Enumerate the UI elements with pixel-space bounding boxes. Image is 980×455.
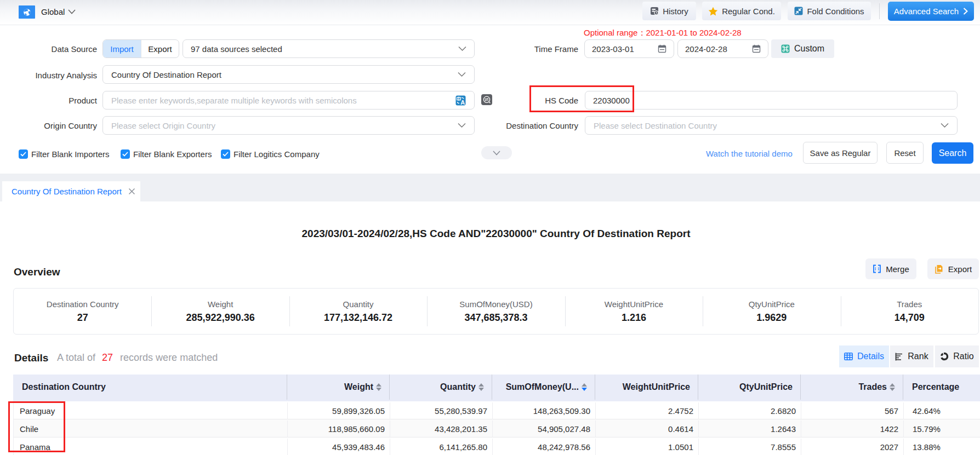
svg-text:A: A <box>460 99 465 105</box>
